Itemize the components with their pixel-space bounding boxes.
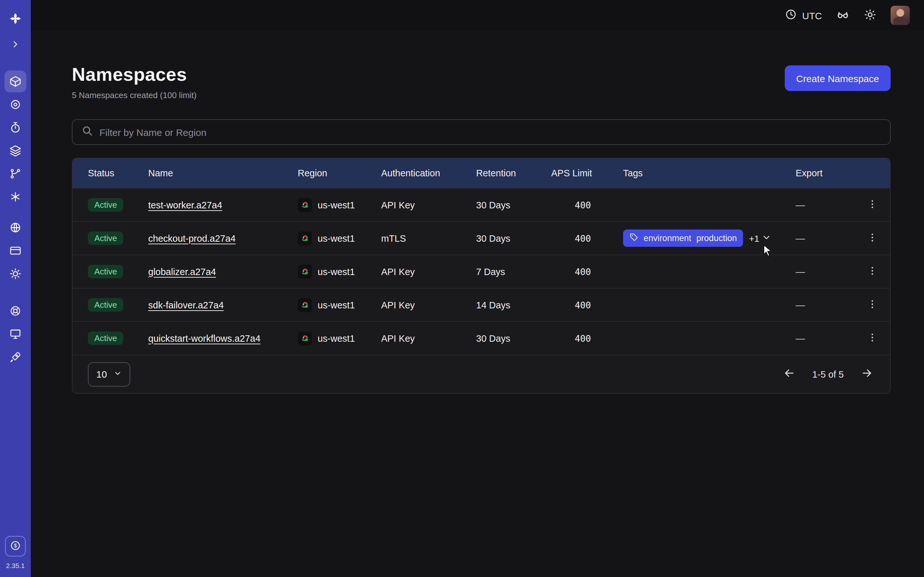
export-cell: — [796, 333, 860, 343]
status-cell: Active [88, 332, 148, 345]
clock-icon [785, 8, 797, 23]
search-icon [81, 125, 93, 139]
theme-toggle[interactable] [864, 8, 877, 23]
target-icon [9, 98, 22, 111]
region-label: us-west1 [318, 266, 355, 277]
aps-limit-cell: 400 [551, 200, 623, 210]
app-logo[interactable] [5, 8, 26, 29]
page-subtitle: 5 Namespaces created (100 limit) [72, 90, 197, 100]
table-header-row: StatusNameRegionAuthenticationRetentionA… [73, 158, 890, 188]
sidebar-item-regions[interactable] [5, 217, 26, 239]
sidebar-item-workflows[interactable] [5, 163, 26, 185]
row-menu-button[interactable] [861, 261, 883, 282]
namespace-link[interactable]: sdk-failover.a27a4 [148, 300, 224, 310]
create-namespace-button[interactable]: Create Namespace [785, 65, 891, 91]
kebab-icon [867, 298, 877, 311]
status-cell: Active [88, 265, 148, 278]
tag-pill[interactable]: environment production [623, 229, 743, 247]
table-footer: 10 1-5 of 5 [73, 355, 890, 393]
sidebar-item-support[interactable] [5, 300, 26, 322]
status-cell: Active [88, 231, 148, 245]
gcp-logo-icon [298, 198, 312, 212]
filter-bar [72, 119, 891, 145]
row-menu-button[interactable] [861, 294, 883, 316]
table-row: Active test-worker.a27a4 us-west1 API Ke… [73, 188, 890, 221]
export-cell: — [796, 200, 860, 210]
table-row: Active globalizer.a27a4 us-west1 API Key… [73, 255, 890, 288]
row-menu-button[interactable] [861, 327, 883, 349]
kebab-icon [867, 332, 877, 345]
filter-input[interactable] [99, 127, 881, 137]
sidebar-item-schedules[interactable] [5, 117, 26, 139]
column-header: Region [298, 168, 381, 178]
sidebar-item-billing[interactable] [5, 240, 26, 261]
sidebar-item-feedback[interactable] [5, 323, 26, 345]
export-value: — [796, 233, 805, 243]
row-actions-cell [860, 327, 890, 349]
column-header: Authentication [381, 168, 476, 178]
arrow-left-icon [783, 367, 796, 382]
sidebar-nav-account [5, 217, 26, 285]
previous-page-button[interactable] [783, 367, 796, 382]
sidebar-item-namespaces[interactable] [5, 71, 26, 92]
export-value: — [796, 300, 805, 310]
column-header: Tags [623, 168, 796, 178]
authentication-cell: API Key [381, 300, 476, 310]
status-badge: Active [88, 265, 124, 278]
row-actions-cell [860, 261, 890, 282]
row-actions-cell [860, 227, 890, 249]
sidebar-item-settings[interactable] [5, 263, 26, 285]
region-cell: us-west1 [298, 231, 381, 245]
row-menu-button[interactable] [861, 227, 883, 249]
aps-limit-cell: 400 [551, 233, 623, 243]
authentication-cell: API Key [381, 200, 476, 210]
gcp-logo-icon [298, 298, 312, 312]
namespace-link[interactable]: globalizer.a27a4 [148, 266, 216, 277]
row-menu-button[interactable] [861, 194, 883, 216]
tags-expand-button[interactable] [762, 232, 772, 244]
status-badge: Active [88, 298, 124, 311]
timezone-label: UTC [802, 10, 822, 21]
sidebar-expand-button[interactable] [5, 33, 26, 55]
cube-icon [9, 75, 22, 88]
accessibility-toggle[interactable] [836, 8, 850, 23]
namespaces-table: StatusNameRegionAuthenticationRetentionA… [72, 158, 891, 394]
row-actions-cell [860, 194, 890, 216]
region-cell: us-west1 [298, 198, 381, 212]
aps-limit-cell: 400 [551, 333, 623, 343]
page-size-select[interactable]: 10 [88, 362, 130, 386]
main-column: UTC Namespaces 5 Namespaces created (100… [31, 0, 924, 577]
sidebar-item-deployments[interactable] [5, 140, 26, 161]
tag-value: production [696, 234, 737, 243]
region-cell: us-west1 [298, 264, 381, 279]
namespace-link[interactable]: quickstart-workflows.a27a4 [148, 333, 260, 343]
arrow-right-icon [861, 367, 873, 382]
page-title: Namespaces [72, 64, 197, 85]
user-avatar[interactable] [891, 6, 910, 25]
next-page-button[interactable] [861, 367, 873, 382]
region-label: us-west1 [318, 300, 355, 310]
sidebar-item-get-started[interactable] [5, 346, 26, 368]
gcp-logo-icon [298, 264, 312, 279]
table-row: Active quickstart-workflows.a27a4 us-wes… [73, 321, 890, 355]
timezone-selector[interactable]: UTC [785, 8, 822, 23]
page-header: Namespaces 5 Namespaces created (100 lim… [72, 64, 891, 100]
column-header: APS Limit [551, 168, 623, 178]
export-value: — [796, 266, 805, 277]
region-cell: us-west1 [298, 298, 381, 312]
status-cell: Active [88, 298, 148, 311]
branch-icon [9, 167, 22, 180]
sidebar-item-nexus[interactable] [5, 93, 26, 115]
region-label: us-west1 [318, 200, 355, 210]
rocket-icon [9, 351, 22, 364]
sidebar-nav-help [5, 300, 26, 368]
tag-key: environment [644, 234, 691, 243]
sidebar-item-usage[interactable]: $ [5, 536, 26, 556]
kebab-icon [867, 198, 877, 211]
column-header: Name [148, 168, 298, 178]
namespace-link[interactable]: test-worker.a27a4 [148, 200, 222, 210]
aps-limit-cell: 400 [551, 266, 623, 277]
sidebar-item-batch[interactable] [5, 186, 26, 208]
namespace-link[interactable]: checkout-prod.a27a4 [148, 233, 236, 243]
status-badge: Active [88, 198, 124, 211]
